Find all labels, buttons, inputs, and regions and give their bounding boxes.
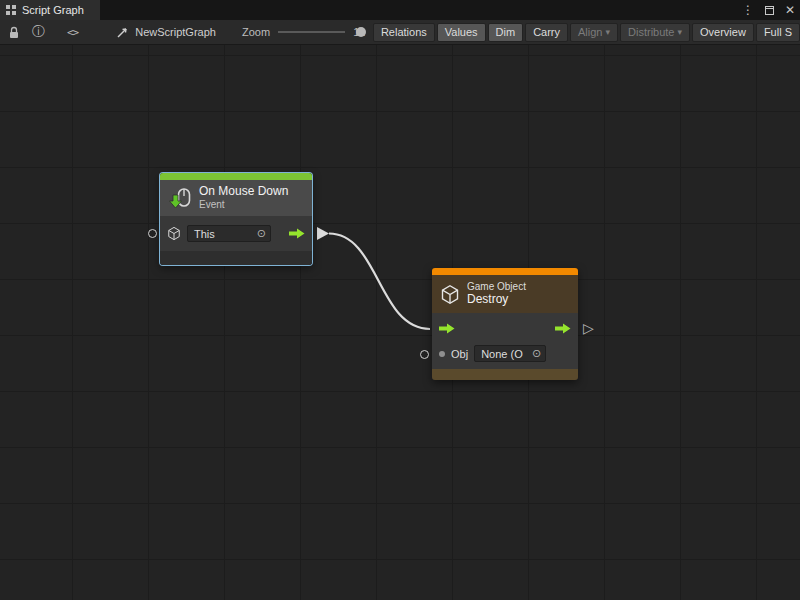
button-label: Relations (381, 26, 427, 38)
graph-toolbar: ⓘ <> NewScriptGraph Zoom 1x Relations Va… (0, 20, 800, 45)
event-node-footer (160, 251, 312, 265)
node-subtitle: Event (199, 199, 288, 211)
button-label: Align (578, 26, 602, 38)
event-node-port-row: This ⊙ (160, 216, 312, 251)
destroy-node[interactable]: Game Object Destroy Obj No (432, 268, 578, 380)
target-field[interactable]: This ⊙ (187, 225, 271, 242)
relations-button[interactable]: Relations (373, 23, 435, 42)
dim-button[interactable]: Dim (488, 23, 524, 42)
window-menu-icon[interactable]: ⋮ (742, 0, 754, 20)
param-label: Obj (451, 348, 468, 360)
object-picker-icon[interactable]: ⊙ (532, 347, 541, 360)
script-graph-window: Script Graph ⋮ ✕ ⓘ <> NewScriptGraph (0, 0, 800, 600)
trigger-output-port-icon[interactable] (555, 323, 571, 334)
destroy-node-footer (432, 369, 578, 380)
fullscreen-button[interactable]: Full S (756, 23, 800, 42)
trigger-output-port-icon[interactable] (289, 228, 305, 239)
cube-icon (167, 226, 181, 241)
button-label: Values (445, 26, 478, 38)
graph-tab-icon (5, 4, 17, 16)
graph-canvas[interactable]: On Mouse Down Event This ⊙ (0, 45, 800, 600)
button-label: Carry (533, 26, 560, 38)
obj-field-value: None (O (481, 348, 523, 360)
destroy-node-titles: Game Object Destroy (467, 281, 526, 306)
button-label: Distribute (628, 26, 674, 38)
flow-port-row (439, 317, 571, 341)
button-label: Full S (764, 26, 792, 38)
button-label: Dim (496, 26, 516, 38)
destroy-node-header: Game Object Destroy (432, 275, 578, 313)
button-label: Overview (700, 26, 746, 38)
event-node-accent-strip (160, 173, 312, 180)
zoom-slider-track[interactable] (278, 31, 345, 33)
target-field-value: This (194, 228, 215, 240)
align-button[interactable]: Align▾ (570, 23, 618, 42)
value-port-dot[interactable] (439, 351, 445, 357)
node-title: On Mouse Down (199, 185, 288, 199)
graph-reference[interactable]: NewScriptGraph (116, 26, 216, 39)
lock-icon[interactable] (8, 26, 20, 39)
toolbar-buttons: Relations Values Dim Carry Align▾ Distri… (373, 23, 800, 42)
destroy-node-input-port[interactable] (420, 350, 429, 359)
graph-pointer-icon (116, 26, 129, 39)
titlebar: Script Graph ⋮ ✕ (0, 0, 800, 20)
object-picker-icon[interactable]: ⊙ (257, 227, 266, 240)
code-icon[interactable]: <> (67, 26, 78, 39)
node-title: Destroy (467, 293, 526, 307)
caret-down-icon: ▾ (678, 27, 683, 37)
destroy-node-accent-strip (432, 268, 578, 275)
caret-down-icon: ▾ (606, 27, 611, 37)
distribute-button[interactable]: Distribute▾ (620, 23, 690, 42)
window-controls: ⋮ ✕ (742, 0, 795, 20)
tab-script-graph[interactable]: Script Graph (0, 0, 100, 20)
on-mouse-down-node[interactable]: On Mouse Down Event This ⊙ (160, 173, 312, 265)
cube-icon (440, 284, 460, 305)
values-button[interactable]: Values (437, 23, 486, 42)
info-icon[interactable]: ⓘ (32, 23, 45, 41)
trigger-input-port-icon[interactable] (439, 323, 455, 334)
maximize-icon[interactable] (765, 6, 774, 15)
tab-title: Script Graph (22, 4, 84, 16)
close-icon[interactable]: ✕ (785, 0, 795, 20)
destroy-node-body: Obj None (O ⊙ (432, 313, 578, 369)
event-node-titles: On Mouse Down Event (199, 185, 288, 210)
mouse-down-event-icon (168, 186, 192, 210)
wire-arrowhead-icon (317, 227, 329, 240)
carry-button[interactable]: Carry (525, 23, 568, 42)
obj-field[interactable]: None (O ⊙ (474, 345, 546, 362)
connection-wire[interactable] (329, 234, 430, 330)
obj-param-row: Obj None (O ⊙ (439, 342, 571, 366)
graph-name: NewScriptGraph (135, 26, 216, 38)
event-node-input-port[interactable] (148, 229, 157, 238)
event-node-header: On Mouse Down Event (160, 180, 312, 216)
zoom-label: Zoom (242, 26, 270, 38)
overview-button[interactable]: Overview (692, 23, 754, 42)
flow-continuation-icon: ▷ (583, 321, 594, 335)
wire-layer (0, 45, 800, 600)
zoom-slider[interactable] (278, 26, 345, 38)
